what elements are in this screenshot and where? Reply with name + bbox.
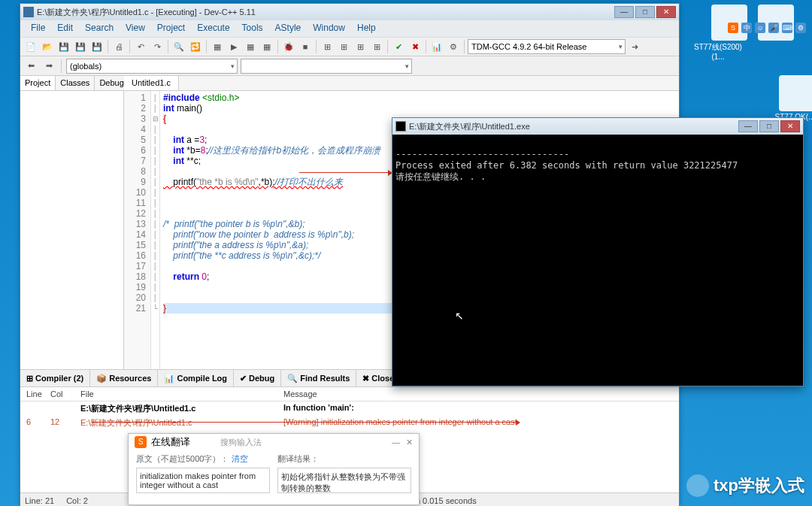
tab-compiler[interactable]: ⊞Compiler (2) xyxy=(20,370,90,386)
profile-icon[interactable]: ⊞ xyxy=(320,39,335,54)
console-maximize-button[interactable]: □ xyxy=(759,120,779,132)
opt-icon[interactable]: ⊞ xyxy=(336,39,351,54)
close-button[interactable]: ✕ xyxy=(656,6,676,18)
menu-project[interactable]: Project xyxy=(151,20,191,37)
menu-search[interactable]: Search xyxy=(79,20,120,37)
translate-subtitle: 搜狗输入法 xyxy=(220,437,262,448)
translate-close-button[interactable]: ✕ xyxy=(406,438,413,447)
back-icon[interactable]: ⬅ xyxy=(23,59,38,74)
rebuild-icon[interactable]: ▦ xyxy=(259,39,274,54)
cancel-icon[interactable]: ✖ xyxy=(408,39,423,54)
menu-tools[interactable]: Tools xyxy=(236,20,269,37)
tab-debug[interactable]: ✔Debug xyxy=(234,370,281,386)
stop-icon[interactable]: ■ xyxy=(298,39,313,54)
menu-astyle[interactable]: AStyle xyxy=(269,20,308,37)
desktop-file-icon[interactable] xyxy=(779,75,812,111)
globals-combo[interactable]: (globals) xyxy=(66,59,238,74)
wechat-icon xyxy=(686,474,709,497)
redo-icon[interactable]: ↷ xyxy=(150,39,165,54)
menu-edit[interactable]: Edit xyxy=(51,20,79,37)
menu-file[interactable]: File xyxy=(25,20,51,37)
toolbar-main: 📄 📂 💾 💾 💾 🖨 ↶ ↷ 🔍 🔁 ▦ ▶ ▦ ▦ 🐞 ■ ⊞ ⊞ ⊞ ⊞ … xyxy=(20,37,679,56)
compiler-row[interactable]: E:\新建文件夹\程序\Untitled1.cIn function 'main… xyxy=(20,401,679,416)
menu-help[interactable]: Help xyxy=(351,20,382,37)
saveas-icon[interactable]: 💾 xyxy=(89,39,105,54)
compiler-combo[interactable]: TDM-GCC 4.9.2 64-bit Release xyxy=(468,39,626,54)
console-titlebar[interactable]: E:\新建文件夹\程序\Untitled1.exe — □ ✕ xyxy=(392,118,803,135)
translate-clear-link[interactable]: 清空 xyxy=(232,454,248,463)
run-icon[interactable]: ▶ xyxy=(226,39,241,54)
ime-mic-icon[interactable]: 🎤 xyxy=(768,23,779,33)
compiler-tab-icon: ⊞ xyxy=(26,374,33,383)
console-title: E:\新建文件夹\程序\Untitled1.exe xyxy=(409,121,530,132)
saveall-icon[interactable]: 💾 xyxy=(73,39,88,54)
translate-popup: S 在线翻译 搜狗输入法 — ✕ 原文（不超过5000字）： 清空 initia… xyxy=(128,433,420,505)
desktop-file-label: ST77线(S200)(1... xyxy=(692,42,744,61)
col-message[interactable]: Message xyxy=(283,389,679,398)
ime-smile-icon[interactable]: ☺ xyxy=(755,23,765,33)
opt2-icon[interactable]: ⊞ xyxy=(353,39,368,54)
compiler-row[interactable]: 612E:\新建文件夹\程序\Untitled1.c[Warning] init… xyxy=(20,416,679,430)
devcpp-titlebar[interactable]: E:\新建文件夹\程序\Untitled1.c - [Executing] - … xyxy=(20,4,679,20)
console-close-button[interactable]: ✕ xyxy=(780,120,800,132)
side-panel: Project Classes Debug xyxy=(20,76,124,369)
menubar: File Edit Search View Project Execute To… xyxy=(20,20,679,37)
chart-icon[interactable]: 📊 xyxy=(429,39,444,54)
ime-kbd-icon[interactable]: ⌨ xyxy=(782,23,792,33)
debug-icon[interactable]: 🐞 xyxy=(281,39,296,54)
open-icon[interactable]: 📂 xyxy=(40,39,55,54)
opt3-icon[interactable]: ⊞ xyxy=(369,39,384,54)
console-window: E:\新建文件夹\程序\Untitled1.exe — □ ✕ --------… xyxy=(392,117,804,386)
side-tab-classes[interactable]: Classes xyxy=(56,76,95,90)
console-app-icon xyxy=(395,121,406,132)
find-tab-icon: 🔍 xyxy=(287,374,298,383)
members-combo[interactable] xyxy=(241,59,412,74)
print-icon[interactable]: 🖨 xyxy=(111,39,126,54)
close-tab-icon: ✖ xyxy=(362,374,369,383)
tab-find-results[interactable]: 🔍Find Results xyxy=(281,370,356,386)
side-tab-project[interactable]: Project xyxy=(20,76,56,90)
ime-cn-icon[interactable]: 中 xyxy=(741,23,752,33)
compile-icon[interactable]: ▦ xyxy=(210,39,225,54)
translate-minimize-button[interactable]: — xyxy=(392,438,400,447)
watermark-text: txp学嵌入式 xyxy=(714,474,804,497)
save-icon[interactable]: 💾 xyxy=(56,39,71,54)
translate-dst-box: 初始化将指针从整数转换为不带强制转换的整数 xyxy=(277,468,411,493)
replace-icon[interactable]: 🔁 xyxy=(188,39,203,54)
col-line[interactable]: Line xyxy=(20,389,50,398)
menu-view[interactable]: View xyxy=(120,20,151,37)
annotation-arrow xyxy=(299,172,391,173)
col-col[interactable]: Col xyxy=(50,389,80,398)
translate-src-box[interactable]: initialization makes pointer from intege… xyxy=(136,468,270,493)
menu-execute[interactable]: Execute xyxy=(191,20,235,37)
console-minimize-button[interactable]: — xyxy=(738,120,758,132)
find-icon[interactable]: 🔍 xyxy=(171,39,186,54)
sogou-icon[interactable]: S xyxy=(728,23,738,33)
sogou-logo-icon: S xyxy=(135,436,147,448)
check-icon[interactable]: ✔ xyxy=(391,39,406,54)
translate-dst-label: 翻译结果： xyxy=(277,453,411,465)
translate-title: 在线翻译 xyxy=(151,435,190,449)
tab-compile-log[interactable]: 📊Compile Log xyxy=(158,370,234,386)
undo-icon[interactable]: ↶ xyxy=(133,39,148,54)
compile-run-icon[interactable]: ▦ xyxy=(243,39,258,54)
maximize-button[interactable]: □ xyxy=(635,6,655,18)
ime-tray: S 中 ☺ 🎤 ⌨ ⚙ xyxy=(728,23,806,33)
ime-set-icon[interactable]: ⚙ xyxy=(795,23,806,33)
devcpp-title: E:\新建文件夹\程序\Untitled1.c - [Executing] - … xyxy=(37,7,256,18)
compilelog-tab-icon: 📊 xyxy=(164,374,174,383)
status-extra: n 0.015 seconds xyxy=(416,496,477,505)
menu-window[interactable]: Window xyxy=(307,20,351,37)
fwd-icon[interactable]: ➡ xyxy=(41,59,56,74)
translate-src-label: 原文（不超过5000字）： xyxy=(136,454,229,463)
col-file[interactable]: File xyxy=(80,389,283,398)
editor-tab[interactable]: Untitled1.c xyxy=(124,76,179,90)
console-output[interactable]: -------------------------------- Process… xyxy=(392,135,803,386)
annotation-arrow xyxy=(92,422,519,423)
gear-icon[interactable]: ⚙ xyxy=(446,39,461,54)
minimize-button[interactable]: — xyxy=(614,6,634,18)
tab-resources[interactable]: 📦Resources xyxy=(90,370,158,386)
goto-icon[interactable]: ➜ xyxy=(627,39,642,54)
resources-tab-icon: 📦 xyxy=(96,374,107,383)
new-file-icon[interactable]: 📄 xyxy=(23,39,38,54)
